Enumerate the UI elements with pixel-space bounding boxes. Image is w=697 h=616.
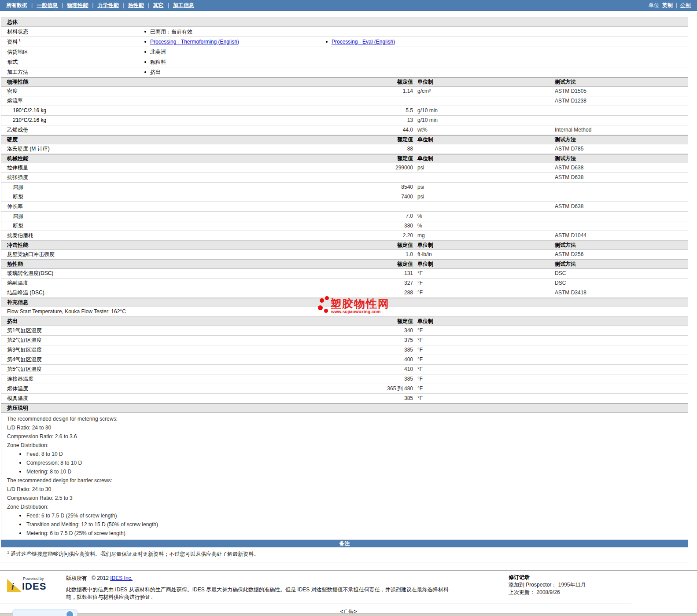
extrusion-note-line: Compression Ratio: 2.6 to 3.6 (1, 432, 688, 441)
nav-tab-separator: | (92, 2, 93, 8)
revision-added-line: 添加到 Prospector： 1995年11月 (509, 581, 586, 589)
revision-added-value: 1995年11月 (558, 582, 586, 588)
property-test-method: ASTM D1044 (554, 231, 689, 240)
property-test-method: DSC (554, 279, 689, 288)
nav-tab-all-data[interactable]: 所有数据 (6, 2, 27, 9)
property-label: 第1气缸区温度 (1, 326, 315, 335)
unit-english-current[interactable]: 英制 (662, 2, 673, 9)
general-value-item: 颗粒料 (138, 57, 319, 67)
property-value: 7400 (315, 192, 413, 202)
general-row: 材料状态已商用：当前有效 (1, 27, 688, 37)
revision-record: 修订记录 添加到 Prospector： 1995年11月 上次更新： 2008… (509, 574, 586, 596)
property-test-method (554, 212, 689, 221)
section-title: 挤出 (1, 317, 315, 326)
general-row-label: 供货地区 (1, 47, 138, 57)
property-row: 第2气缸区温度375°F (1, 336, 688, 345)
datasheet-link[interactable]: Processing - Thermoforming (English) (150, 39, 239, 45)
column-header-method: 测试方法 (554, 136, 689, 144)
general-row-values: Processing - Thermoforming (English)Proc… (138, 37, 688, 47)
nav-tab-mechanical[interactable]: 力学性能 (97, 2, 118, 9)
bullet-icon (19, 453, 21, 455)
bullet-icon (19, 532, 21, 534)
property-row: 第1气缸区温度340°F (1, 326, 688, 336)
extrusion-note-bullet: Feed: 8 to 10 D (1, 450, 688, 458)
property-label: 模具温度 (1, 394, 315, 403)
property-value: 400 (315, 355, 413, 364)
ides-logo: i Powered by IDES (6, 574, 60, 594)
extrusion-note-bullet: Transition and Melting: 12 to 15 D (50% … (1, 520, 688, 529)
ides-inc-link[interactable]: IDES Inc. (110, 575, 133, 581)
footer: i Powered by IDES 版权所有 © 2012 IDES Inc. … (0, 570, 697, 598)
property-label: 第2气缸区温度 (1, 336, 315, 345)
bullet-icon (326, 41, 328, 43)
extrusion-note-text: Metering: 8 to 10 D (26, 469, 71, 475)
property-value: 288 (315, 288, 413, 297)
extrusion-note-bullet: Feed: 6 to 7.5 D (25% of screw length) (1, 511, 688, 520)
property-row: 连接器温度385°F (1, 374, 688, 384)
nav-tab-separator: | (168, 2, 169, 8)
section-header: 冲击性能额定值单位制测试方法 (1, 241, 688, 250)
section-title: 机械性能 (1, 154, 315, 163)
nav-tab-physical[interactable]: 物理性能 (67, 2, 88, 9)
property-value: 385 (315, 345, 413, 355)
property-test-method (554, 183, 689, 192)
datasheet-table: 总体材料状态已商用：当前有效资料1Processing - Thermoform… (1, 18, 688, 540)
property-value: 327 (315, 279, 413, 288)
property-unit: °F (413, 374, 554, 384)
property-value: 1.14 (315, 87, 413, 96)
watermark-dot-icon (325, 296, 329, 300)
property-value: 5.5 (315, 106, 413, 115)
property-unit: psi (413, 192, 554, 202)
property-value: 13 (315, 116, 413, 125)
footnote: 1 通过这些链接您能够访问供应商资料。我们尽量保证及时更新资料；不过您可以从供应… (1, 547, 688, 562)
property-unit: °F (413, 269, 554, 278)
bullet-icon (19, 471, 21, 473)
property-unit: ft·lb/in (413, 250, 554, 259)
property-unit (413, 96, 554, 106)
column-header-unit (413, 298, 554, 307)
property-row: 拉伸模量299000psiASTM D638 (1, 163, 688, 173)
property-test-method (554, 192, 689, 202)
nav-tab-general-info[interactable]: 一般信息 (37, 2, 58, 9)
extrusion-note-line: The recommended design for barrier screw… (1, 476, 688, 485)
unit-metric-link[interactable]: 公制 (680, 2, 691, 9)
property-label: 熔融温度 (1, 279, 315, 288)
column-header-unit: 单位制 (413, 154, 554, 163)
general-row-values: 北美洲 (138, 47, 688, 57)
property-test-method (554, 365, 689, 374)
nav-tab-processing[interactable]: 加工信息 (173, 2, 194, 9)
toolbar-popup-icon[interactable] (66, 610, 74, 616)
datasheet-link[interactable]: Processing - Eval (English) (332, 39, 395, 45)
property-unit: g/10 min (413, 106, 554, 115)
property-row: 第5气缸区温度410°F (1, 365, 688, 374)
property-label: 断裂 (1, 221, 315, 231)
nav-tab-thermal[interactable]: 热性能 (128, 2, 144, 9)
column-header-value: 额定值 (315, 136, 413, 144)
toolbar-popup[interactable] (12, 609, 77, 616)
general-value-item: 北美洲 (138, 47, 319, 57)
property-row: 悬壁梁缺口冲击强度1.0ft·lb/inASTM D256 (1, 250, 688, 260)
property-label: 结晶峰温 (DSC) (1, 288, 315, 297)
bullet-icon (144, 41, 146, 43)
revision-title: 修订记录 (509, 574, 586, 581)
property-test-method: ASTM D638 (554, 202, 689, 211)
property-value (315, 96, 413, 106)
property-row: 抗张强度ASTM D638 (1, 173, 688, 183)
watermark-dot-icon (324, 309, 328, 313)
nav-tab-others[interactable]: 其它 (153, 2, 164, 9)
notes-bar: 备注 (1, 540, 688, 547)
extrusion-note-line: L/D Ratio: 24 to 30 (1, 423, 688, 432)
property-value: 340 (315, 326, 413, 335)
property-label: 抗张强度 (1, 173, 315, 182)
column-header-value: 额定值 (315, 317, 413, 326)
property-value: 375 (315, 336, 413, 345)
general-value-text: 北美洲 (150, 49, 166, 55)
bullet-icon (144, 61, 146, 63)
general-value-item: Processing - Thermoforming (English) (138, 37, 319, 47)
property-label: 第5气缸区温度 (1, 365, 315, 374)
property-unit (413, 173, 554, 182)
property-unit: °F (413, 394, 554, 403)
property-test-method (554, 106, 689, 115)
general-row: 形式颗粒料 (1, 57, 688, 67)
property-label: 玻璃转化温度(DSC) (1, 269, 315, 278)
